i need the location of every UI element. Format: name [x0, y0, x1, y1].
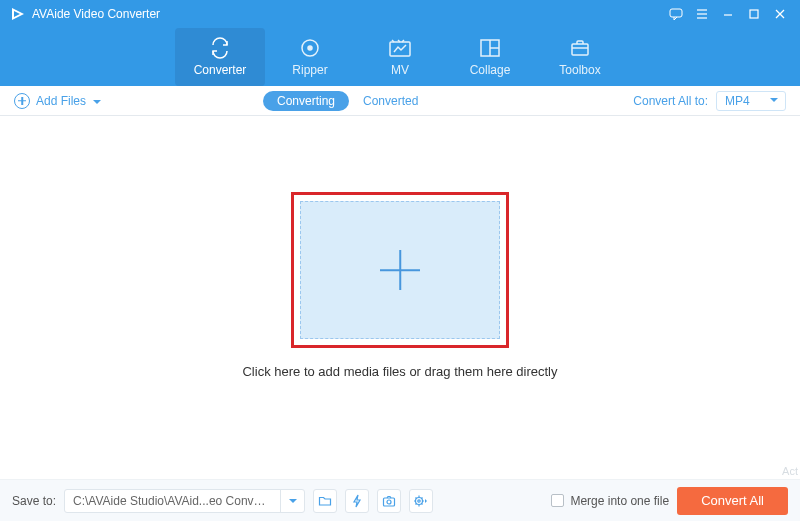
svg-rect-14 [572, 44, 588, 55]
hw-accel-button[interactable] [345, 489, 369, 513]
merge-into-one-file[interactable]: Merge into one file [551, 494, 669, 508]
seg-label: Converted [363, 94, 418, 108]
mv-icon [387, 37, 413, 59]
add-files-button[interactable]: Add Files [14, 93, 102, 109]
add-files-label: Add Files [36, 94, 86, 108]
convert-all-button[interactable]: Convert All [677, 487, 788, 515]
svg-rect-16 [384, 498, 395, 506]
tab-collage[interactable]: Collage [445, 28, 535, 86]
drop-hint: Click here to add media files or drag th… [242, 364, 557, 379]
plus-icon [380, 250, 420, 290]
convert-all-to-label: Convert All to: [633, 94, 708, 108]
open-folder-button[interactable] [313, 489, 337, 513]
tab-ripper[interactable]: Ripper [265, 28, 355, 86]
snapshot-button[interactable] [377, 489, 401, 513]
seg-converting[interactable]: Converting [263, 91, 349, 111]
menu-icon[interactable] [692, 4, 712, 24]
save-path-field[interactable]: C:\AVAide Studio\AVAid...eo Converter\Co… [64, 489, 305, 513]
app-title: AVAide Video Converter [32, 7, 160, 21]
seg-label: Converting [277, 94, 335, 108]
minimize-icon[interactable] [718, 4, 738, 24]
tab-label: Toolbox [559, 63, 600, 77]
chevron-down-icon [92, 96, 102, 106]
tab-converter[interactable]: Converter [175, 28, 265, 86]
svg-point-17 [387, 500, 391, 504]
tab-label: MV [391, 63, 409, 77]
settings-button[interactable] [409, 489, 433, 513]
tab-label: Converter [194, 63, 247, 77]
merge-label: Merge into one file [570, 494, 669, 508]
main-area: Click here to add media files or drag th… [0, 116, 800, 479]
conversion-view-tabs: Converting Converted [263, 91, 432, 111]
main-tabs: Converter Ripper MV Collage Toolbox [0, 28, 800, 86]
output-format-select[interactable]: MP4 [716, 91, 786, 111]
tab-label: Ripper [292, 63, 327, 77]
save-path-chevron-down-icon[interactable] [280, 490, 304, 512]
app-logo-icon [10, 6, 26, 22]
svg-rect-5 [750, 10, 758, 18]
svg-rect-0 [670, 9, 682, 17]
collage-icon [477, 37, 503, 59]
save-to-label: Save to: [12, 494, 56, 508]
toolbox-icon [567, 37, 593, 59]
close-icon[interactable] [770, 4, 790, 24]
merge-checkbox[interactable] [551, 494, 564, 507]
title-bar: AVAide Video Converter [0, 0, 800, 28]
drop-highlight-frame [291, 192, 509, 348]
svg-point-9 [308, 46, 312, 50]
chevron-down-icon [769, 94, 779, 108]
convert-all-to: Convert All to: MP4 [633, 91, 786, 111]
converter-icon [207, 37, 233, 59]
bottom-bar: Save to: C:\AVAide Studio\AVAid...eo Con… [0, 479, 800, 521]
save-path-text: C:\AVAide Studio\AVAid...eo Converter\Co… [65, 494, 280, 508]
plus-circle-icon [14, 93, 30, 109]
format-value: MP4 [725, 94, 750, 108]
tab-label: Collage [470, 63, 511, 77]
seg-converted[interactable]: Converted [349, 91, 432, 111]
convert-all-label: Convert All [701, 493, 764, 508]
svg-point-19 [418, 499, 420, 501]
feedback-icon[interactable] [666, 4, 686, 24]
tab-mv[interactable]: MV [355, 28, 445, 86]
drop-zone[interactable] [300, 201, 500, 339]
sub-bar: Add Files Converting Converted Convert A… [0, 86, 800, 116]
tab-toolbox[interactable]: Toolbox [535, 28, 625, 86]
ripper-icon [297, 37, 323, 59]
watermark-text: Act [782, 465, 798, 477]
svg-point-18 [416, 497, 423, 504]
maximize-icon[interactable] [744, 4, 764, 24]
